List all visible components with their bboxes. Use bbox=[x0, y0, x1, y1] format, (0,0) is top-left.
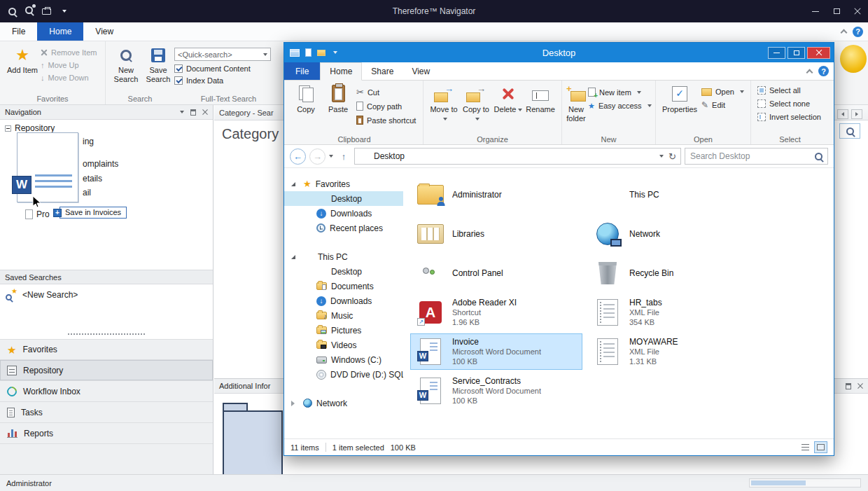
move-down-button[interactable]: Move Down bbox=[41, 74, 97, 82]
tab-share[interactable]: Share bbox=[362, 62, 402, 80]
nav-item-pictures[interactable]: Pictures bbox=[284, 323, 403, 338]
tab-home[interactable]: Home bbox=[320, 62, 362, 81]
tree-item[interactable]: ail bbox=[83, 188, 91, 198]
qat-chevron-icon[interactable] bbox=[333, 51, 337, 54]
tab-view[interactable]: View bbox=[83, 22, 125, 41]
close-panel-icon[interactable] bbox=[202, 109, 208, 115]
nav-item-documents[interactable]: Documents bbox=[284, 279, 403, 293]
move-to-button[interactable]: Move to bbox=[428, 83, 460, 134]
horizontal-scrollbar[interactable] bbox=[749, 478, 861, 487]
quick-search-input[interactable]: <Quick-search> bbox=[174, 48, 271, 61]
refresh-icon[interactable] bbox=[668, 152, 676, 161]
file-tile-adobe-reader[interactable]: Adobe Reader XI Shortcut 1.96 KB bbox=[410, 294, 582, 331]
search-icon[interactable] bbox=[8, 8, 16, 15]
paste-button[interactable]: Paste bbox=[322, 83, 354, 134]
chevron-collapsed-icon[interactable] bbox=[291, 401, 295, 406]
thumbnail-view-button[interactable] bbox=[814, 441, 827, 453]
add-item-button[interactable]: Add Item bbox=[4, 45, 41, 93]
file-tile-administrator[interactable]: Administrator bbox=[410, 177, 582, 213]
qat-chevron-icon[interactable] bbox=[62, 10, 66, 13]
panel-dropdown-icon[interactable] bbox=[180, 111, 184, 113]
panel-splitter[interactable] bbox=[0, 329, 213, 339]
scroll-right-button[interactable] bbox=[851, 109, 862, 119]
file-tile-this-pc[interactable]: This PC bbox=[587, 177, 760, 213]
chevron-expanded-icon[interactable] bbox=[291, 255, 295, 259]
sidebar-item-reports[interactable]: Reports bbox=[0, 423, 213, 444]
file-tile-recycle-bin[interactable]: Recycle Bin bbox=[587, 255, 760, 291]
index-data-checkbox[interactable]: Index Data bbox=[174, 76, 271, 85]
copy-to-button[interactable]: Copy to bbox=[460, 83, 492, 134]
close-panel-icon[interactable] bbox=[858, 383, 863, 389]
remove-item-button[interactable]: Remove Item bbox=[41, 48, 97, 57]
easy-access-button[interactable]: Easy access bbox=[588, 102, 652, 110]
nav-item-downloads[interactable]: Downloads bbox=[284, 206, 403, 221]
nav-item-recent-places[interactable]: Recent places bbox=[284, 221, 403, 235]
sidebar-item-favorites[interactable]: Favorites bbox=[0, 339, 213, 360]
nav-group-network[interactable]: Network bbox=[284, 396, 403, 410]
pin-icon[interactable] bbox=[190, 109, 196, 116]
forward-button[interactable] bbox=[309, 148, 326, 165]
tab-view[interactable]: View bbox=[402, 62, 439, 80]
quick-search-dropdown-icon[interactable] bbox=[263, 53, 267, 56]
chevron-expanded-icon[interactable] bbox=[291, 182, 295, 186]
new-folder-shortcut-icon[interactable] bbox=[317, 50, 326, 56]
nav-group-this-pc[interactable]: This PC bbox=[284, 249, 403, 264]
nav-item-videos[interactable]: Videos bbox=[284, 338, 403, 352]
nav-item-desktop[interactable]: Desktop bbox=[284, 191, 403, 206]
collapse-ribbon-icon[interactable] bbox=[841, 29, 848, 36]
tree-item[interactable]: ing bbox=[83, 137, 94, 146]
sidebar-item-repository[interactable]: Repository bbox=[0, 360, 213, 381]
tree-item[interactable]: etails bbox=[83, 174, 102, 184]
document-content-checkbox[interactable]: Document Content bbox=[174, 64, 271, 73]
scrollbar-thumb[interactable] bbox=[751, 480, 806, 485]
print-icon[interactable] bbox=[42, 8, 51, 15]
tree-item[interactable]: omplaints bbox=[83, 159, 118, 169]
minimize-button[interactable] bbox=[768, 47, 785, 59]
file-tile-service-contracts[interactable]: Service_Contracts Microsoft Word Documen… bbox=[410, 373, 582, 409]
search-input[interactable]: Search Desktop bbox=[685, 148, 828, 165]
save-search-button[interactable]: Save Search bbox=[142, 45, 174, 93]
cut-button[interactable]: Cut bbox=[356, 88, 416, 97]
collapse-expander-icon[interactable] bbox=[5, 125, 11, 132]
properties-shortcut-icon[interactable] bbox=[305, 48, 312, 57]
new-folder-button[interactable]: New folder bbox=[566, 83, 586, 134]
open-button[interactable]: Open bbox=[701, 88, 744, 96]
copy-path-button[interactable]: Copy path bbox=[356, 102, 416, 111]
properties-button[interactable]: Properties bbox=[660, 83, 699, 134]
edit-button[interactable]: Edit bbox=[701, 101, 744, 109]
tree-item-pro[interactable]: Pro bbox=[25, 209, 50, 219]
nav-item-pc-desktop[interactable]: Desktop bbox=[284, 264, 403, 279]
delete-button[interactable]: Delete bbox=[492, 83, 524, 134]
nav-item-windows-c[interactable]: Windows (C:) bbox=[284, 352, 403, 367]
scroll-left-button[interactable] bbox=[837, 109, 848, 119]
close-button[interactable] bbox=[807, 47, 830, 59]
tab-file[interactable]: File bbox=[0, 22, 37, 41]
maximize-button[interactable] bbox=[788, 47, 805, 59]
nav-item-music[interactable]: Music bbox=[284, 308, 403, 323]
address-input[interactable]: Desktop bbox=[354, 148, 681, 165]
file-tile-network[interactable]: Network bbox=[587, 216, 760, 252]
details-view-button[interactable] bbox=[799, 441, 812, 453]
new-search-button[interactable]: New Search bbox=[110, 45, 142, 93]
address-dropdown-icon[interactable] bbox=[659, 155, 664, 158]
back-button[interactable] bbox=[290, 148, 306, 165]
history-dropdown-icon[interactable] bbox=[329, 155, 333, 158]
tree-item-repository[interactable]: Repository bbox=[5, 123, 55, 133]
select-none-button[interactable]: Select none bbox=[757, 99, 821, 108]
file-tile-hr-tabs[interactable]: HR_tabs XML File 354 KB bbox=[587, 294, 760, 331]
saved-search-new[interactable]: <New Search> bbox=[6, 289, 207, 300]
help-icon[interactable] bbox=[818, 66, 829, 76]
sidebar-item-workflow-inbox[interactable]: Workflow Inbox bbox=[0, 381, 213, 402]
up-button[interactable] bbox=[337, 148, 351, 164]
close-button[interactable] bbox=[847, 0, 868, 22]
minimize-button[interactable] bbox=[805, 0, 826, 22]
search-panel-button[interactable] bbox=[839, 123, 860, 139]
sidebar-item-tasks[interactable]: Tasks bbox=[0, 402, 213, 423]
collapse-ribbon-icon[interactable] bbox=[806, 69, 813, 76]
move-up-button[interactable]: Move Up bbox=[41, 61, 97, 69]
copy-button[interactable]: Copy bbox=[290, 83, 322, 134]
file-tile-control-panel[interactable]: Control Panel bbox=[410, 255, 582, 291]
new-item-button[interactable]: New item bbox=[588, 88, 652, 97]
select-all-button[interactable]: Select all bbox=[757, 86, 821, 95]
tab-home[interactable]: Home bbox=[37, 22, 83, 41]
